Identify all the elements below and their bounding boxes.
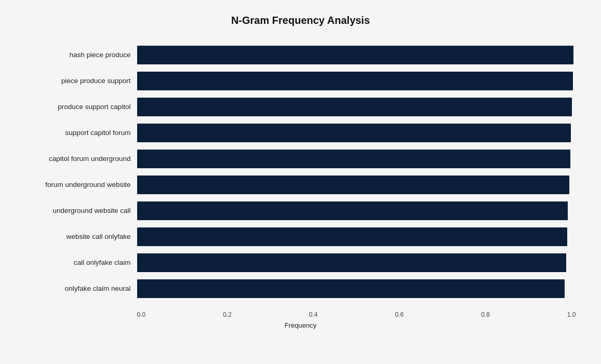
- bar-fill: [137, 72, 573, 90]
- bar-track: [137, 98, 576, 116]
- bar-fill: [137, 150, 570, 168]
- bar-track: [137, 72, 576, 90]
- bar-label: hash piece produce: [25, 51, 137, 59]
- x-tick-label: 0.6: [395, 311, 404, 318]
- bar-row: produce support capitol: [25, 94, 576, 120]
- bar-row: call onlyfake claim: [25, 250, 576, 276]
- bar-label: piece produce support: [25, 77, 137, 85]
- bar-fill: [137, 98, 572, 116]
- x-tick-label: 1.0: [567, 311, 576, 318]
- bar-fill: [137, 124, 571, 142]
- bar-track: [137, 150, 576, 168]
- bar-row: hash piece produce: [25, 42, 576, 68]
- bar-track: [137, 253, 576, 272]
- x-axis-labels: 0.00.20.40.60.81.0: [137, 311, 576, 318]
- x-tick-label: 0.4: [309, 311, 318, 318]
- bar-row: underground website call: [25, 198, 576, 224]
- bar-track: [137, 176, 576, 194]
- chart-area: hash piece producepiece produce supportp…: [25, 37, 576, 307]
- bar-track: [137, 227, 576, 246]
- bar-label: produce support capitol: [25, 103, 137, 111]
- bar-track: [137, 201, 576, 220]
- bar-fill: [137, 253, 566, 272]
- bar-track: [137, 46, 576, 64]
- bar-fill: [137, 227, 567, 246]
- x-tick-label: 0.0: [137, 311, 146, 318]
- bar-row: piece produce support: [25, 68, 576, 94]
- bar-label: underground website call: [25, 207, 137, 214]
- bar-fill: [137, 201, 568, 220]
- x-axis-title: Frequency: [25, 321, 576, 329]
- bar-fill: [137, 279, 565, 298]
- bar-row: website call onlyfake: [25, 224, 576, 250]
- x-tick-label: 0.8: [481, 311, 490, 318]
- x-tick-label: 0.2: [223, 311, 232, 318]
- bar-row: forum underground website: [25, 172, 576, 198]
- x-axis-labels-area: 0.00.20.40.60.81.0: [25, 311, 576, 318]
- chart-title: N-Gram Frequency Analysis: [25, 15, 576, 26]
- bar-label: website call onlyfake: [25, 233, 137, 240]
- bar-label: onlyfake claim neural: [25, 285, 137, 292]
- bar-row: capitol forum underground: [25, 146, 576, 172]
- bar-track: [137, 279, 576, 298]
- bar-label: capitol forum underground: [25, 155, 137, 163]
- bar-label: call onlyfake claim: [25, 259, 137, 266]
- bar-fill: [137, 176, 569, 194]
- bar-fill: [137, 46, 574, 64]
- bar-row: onlyfake claim neural: [25, 276, 576, 302]
- bar-track: [137, 124, 576, 142]
- bar-row: support capitol forum: [25, 120, 576, 146]
- bar-label: forum underground website: [25, 181, 137, 188]
- chart-container: N-Gram Frequency Analysis hash piece pro…: [15, 4, 586, 360]
- bar-label: support capitol forum: [25, 129, 137, 137]
